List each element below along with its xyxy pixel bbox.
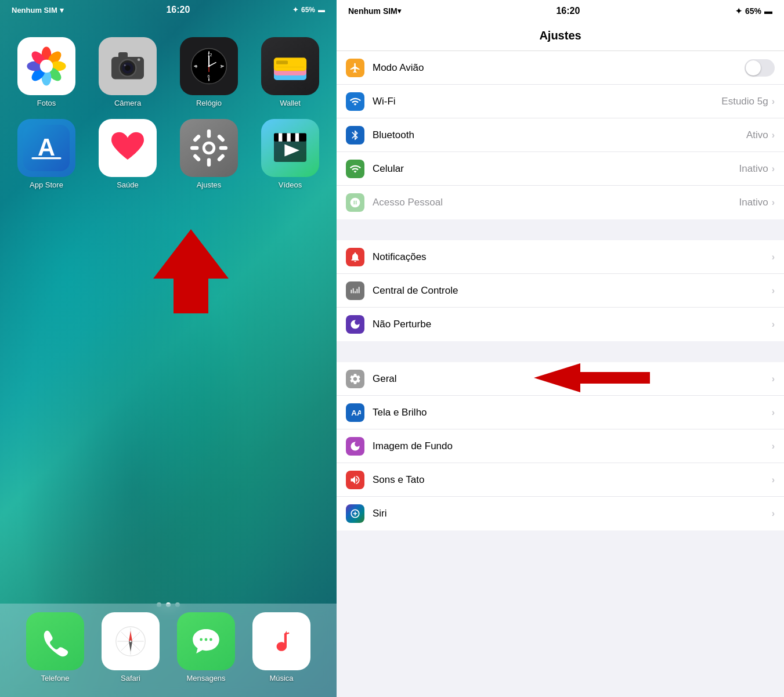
svg-rect-41	[207, 158, 211, 167]
celular-value: Inativo	[739, 163, 768, 175]
row-celular[interactable]: Celular Inativo ›	[337, 152, 784, 186]
svg-point-14	[124, 64, 126, 66]
row-wifi[interactable]: Wi-Fi Estudio 5g ›	[337, 85, 784, 118]
section-divider-1	[337, 219, 784, 240]
camera-icon	[99, 37, 157, 95]
fotos-icon	[17, 37, 75, 95]
central-chevron: ›	[772, 286, 775, 296]
imagem-fundo-chevron: ›	[772, 441, 775, 452]
row-bluetooth[interactable]: Bluetooth Ativo ›	[337, 118, 784, 152]
bluetooth-chevron: ›	[772, 130, 775, 140]
app-videos[interactable]: Vídeos	[255, 119, 325, 189]
svg-text:12: 12	[208, 52, 212, 57]
dock-safari[interactable]: Safari	[102, 612, 160, 682]
celular-chevron: ›	[772, 164, 775, 174]
notificacoes-label: Notificações	[373, 251, 772, 263]
row-central-controle[interactable]: Central de Controle ›	[337, 274, 784, 308]
battery-text-left: 65%	[301, 6, 315, 14]
central-label: Central de Controle	[373, 285, 772, 297]
notif-icon-row	[346, 248, 364, 266]
app-grid: Fotos Câmera	[0, 26, 337, 189]
bluetooth-icon-row	[346, 126, 364, 145]
svg-point-65	[205, 638, 208, 641]
acesso-icon-row	[346, 193, 364, 212]
section-1: Modo Avião Wi-Fi Estudio 5g ›	[337, 51, 784, 219]
app-wallet[interactable]: Wallet	[255, 37, 325, 107]
left-panel: Nenhum SIM ▾ 16:20 ✦ 65% ▬	[0, 0, 337, 697]
app-fotos[interactable]: Fotos	[12, 37, 81, 107]
svg-rect-44	[193, 134, 201, 143]
time-right: 16:20	[556, 6, 580, 16]
row-notificacoes[interactable]: Notificações ›	[337, 240, 784, 274]
svg-text:9: 9	[195, 64, 197, 69]
row-modo-aviao[interactable]: Modo Avião	[337, 51, 784, 85]
row-sons-tato[interactable]: Sons e Tato ›	[337, 463, 784, 497]
red-arrow-left	[534, 360, 650, 398]
svg-marker-69	[534, 363, 650, 392]
settings-title: Ajustes	[337, 22, 784, 51]
svg-rect-43	[219, 146, 227, 150]
svg-point-8	[40, 60, 53, 73]
row-siri[interactable]: Siri ›	[337, 497, 784, 530]
bluetooth-icon-left: ✦	[292, 6, 298, 14]
sons-tato-label: Sons e Tato	[373, 474, 772, 486]
section-divider-2	[337, 341, 784, 362]
dock-mensagens[interactable]: Mensagens	[177, 612, 235, 682]
appstore-label: App Store	[30, 180, 63, 189]
tela-icon-row: AA	[346, 403, 364, 422]
moon-icon-row	[346, 315, 364, 334]
app-saude[interactable]: Saúde	[93, 119, 162, 189]
dock-musica[interactable]: Música	[252, 612, 310, 682]
svg-rect-51	[287, 133, 290, 141]
svg-rect-10	[118, 52, 128, 59]
row-imagem-fundo[interactable]: Imagem de Fundo ›	[337, 429, 784, 463]
svg-point-29	[208, 65, 209, 67]
camera-label: Câmera	[114, 99, 141, 107]
svg-text:A: A	[38, 133, 55, 161]
wifi-label: Wi-Fi	[373, 96, 721, 107]
app-ajustes[interactable]: Ajustes	[174, 119, 244, 189]
bluetooth-value: Ativo	[746, 129, 768, 141]
dock-telefone[interactable]: Telefone	[26, 612, 84, 682]
svg-point-15	[138, 58, 140, 61]
battery-icon-right: ▬	[764, 6, 772, 16]
battery-icon-left: ▬	[318, 6, 325, 14]
svg-point-66	[209, 638, 212, 641]
svg-point-13	[125, 65, 131, 71]
svg-point-63	[129, 640, 132, 642]
notif-chevron: ›	[772, 252, 775, 262]
app-camera[interactable]: Câmera	[93, 37, 162, 107]
carrier-right: Nenhum SIM	[348, 6, 398, 16]
modo-aviao-toggle[interactable]	[745, 59, 775, 77]
bluetooth-label: Bluetooth	[373, 129, 746, 141]
nao-perturbe-label: Não Perturbe	[373, 319, 772, 330]
wifi-icon-left: ▾	[60, 6, 64, 15]
central-icon-row	[346, 281, 364, 300]
toggle-knob	[746, 60, 761, 75]
tela-label: Tela e Brilho	[373, 407, 772, 418]
row-acesso-pessoal[interactable]: Acesso Pessoal Inativo ›	[337, 186, 784, 219]
wifi-value: Estudio 5g	[721, 96, 768, 107]
row-geral[interactable]: Geral ›	[337, 362, 784, 396]
row-tela-brilho[interactable]: AA Tela e Brilho ›	[337, 396, 784, 429]
svg-rect-40	[207, 129, 211, 138]
settings-list: Modo Avião Wi-Fi Estudio 5g ›	[337, 51, 784, 697]
saude-icon	[99, 119, 157, 177]
tela-chevron: ›	[772, 407, 775, 418]
time-left: 16:20	[166, 5, 190, 15]
geral-chevron: ›	[772, 374, 775, 384]
svg-rect-47	[216, 153, 225, 162]
svg-rect-42	[190, 146, 198, 150]
row-nao-perturbe[interactable]: Não Perturbe ›	[337, 308, 784, 341]
ajustes-icon	[180, 119, 238, 177]
svg-text:6: 6	[208, 74, 210, 79]
status-bar-right: Nenhum SIM ▾ 16:20 ✦ 65% ▬	[337, 0, 784, 22]
svg-point-39	[205, 145, 213, 152]
modo-aviao-icon	[346, 59, 364, 77]
app-appstore[interactable]: A App Store	[12, 119, 81, 189]
app-relogio[interactable]: 12 6 9 3 Relógio	[174, 37, 244, 107]
celular-label: Celular	[373, 163, 739, 175]
mensagens-label: Mensagens	[186, 674, 225, 682]
svg-text:3: 3	[220, 64, 222, 69]
imagem-fundo-label: Imagem de Fundo	[373, 440, 772, 452]
